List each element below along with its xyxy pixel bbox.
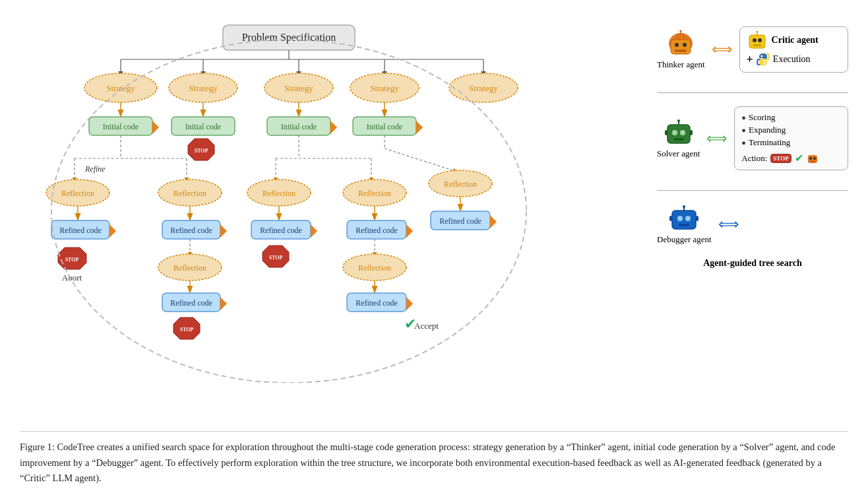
svg-marker-96 [490, 215, 497, 228]
svg-point-110 [758, 38, 762, 42]
svg-point-133 [683, 205, 685, 208]
thinker-agent-row: Thinker agent ⟺ [657, 26, 848, 73]
svg-line-90 [385, 149, 457, 172]
svg-point-130 [685, 216, 691, 221]
solver-agent-row: Solver agent ⟺ ●Scoring ●Expanding ●Term… [657, 106, 848, 170]
solver-agent-icon [662, 118, 696, 147]
separator-2 [657, 190, 848, 191]
svg-text:Strategy: Strategy [370, 83, 399, 93]
svg-text:Strategy: Strategy [106, 83, 135, 93]
svg-rect-105 [675, 50, 687, 52]
diagram-area: Problem Specification Strategy [20, 13, 848, 419]
svg-marker-73 [406, 224, 413, 238]
svg-marker-40 [220, 297, 227, 310]
solver-agent-label: Solver agent [657, 149, 700, 159]
svg-text:Initial code: Initial code [103, 122, 139, 131]
stop-badge-legend: STOP [770, 154, 791, 163]
svg-text:Refined code: Refined code [439, 216, 481, 226]
svg-text:Refined code: Refined code [356, 226, 398, 235]
thinker-arrow: ⟺ [712, 41, 733, 58]
figure-caption: Figure 1: CodeTree creates a unified sea… [20, 431, 848, 486]
svg-text:Reflection: Reflection [358, 263, 391, 273]
svg-text:Refined code: Refined code [59, 226, 102, 235]
svg-marker-13 [152, 121, 159, 134]
svg-text:STOP: STOP [195, 148, 208, 154]
debugger-agent-label: Debugger agent [657, 234, 712, 245]
terminating-label: Terminating [749, 137, 790, 148]
svg-rect-127 [810, 161, 815, 162]
svg-point-126 [813, 157, 816, 160]
svg-point-103 [675, 43, 679, 47]
svg-point-107 [679, 30, 682, 32]
svg-rect-111 [753, 44, 761, 46]
svg-text:Strategy: Strategy [189, 83, 218, 93]
svg-rect-135 [696, 216, 698, 221]
svg-point-121 [677, 119, 680, 122]
svg-text:Reflection: Reflection [173, 263, 206, 273]
svg-text:Abort: Abort [62, 273, 82, 283]
svg-text:Reflection: Reflection [358, 189, 391, 198]
action-label: Action: [741, 153, 767, 164]
plus-label: + [747, 53, 753, 67]
svg-text:Initial code: Initial code [367, 122, 402, 131]
svg-point-129 [677, 216, 683, 221]
tree-search-label: Agent-guided tree search [657, 258, 848, 269]
debugger-agent-icon [667, 204, 701, 233]
check-icon-legend: ✔ [795, 152, 803, 164]
legend-section: Thinker agent ⟺ [657, 13, 848, 419]
scoring-label: Scoring [749, 112, 775, 123]
svg-point-113 [756, 31, 758, 33]
page-container: Problem Specification Strategy [0, 0, 868, 499]
svg-text:Reflection: Reflection [173, 189, 206, 198]
action-row: Action: STOP ✔ [741, 152, 841, 164]
svg-text:Refine: Refine [84, 164, 106, 174]
solver-arrow: ⟺ [706, 130, 728, 147]
execution-label: Execution [773, 54, 811, 65]
svg-text:STOP: STOP [269, 255, 283, 261]
svg-text:Strategy: Strategy [284, 83, 313, 93]
svg-text:Reflection: Reflection [263, 189, 295, 198]
thinker-agent-icon [664, 29, 698, 58]
svg-marker-55 [330, 121, 337, 134]
svg-text:Refined code: Refined code [170, 226, 212, 235]
robot-icon-legend [807, 152, 819, 164]
svg-marker-80 [406, 297, 413, 310]
svg-marker-24 [109, 224, 116, 238]
svg-point-125 [809, 157, 812, 160]
svg-rect-122 [665, 130, 667, 135]
expanding-label: Expanding [749, 125, 786, 135]
svg-text:Initial code: Initial code [281, 122, 317, 131]
svg-rect-119 [673, 138, 684, 141]
svg-text:Refined code: Refined code [356, 298, 398, 308]
svg-text:STOP: STOP [180, 327, 194, 333]
svg-marker-33 [220, 224, 227, 238]
critic-box: Critic agent + Execution [739, 26, 848, 73]
svg-point-104 [683, 43, 687, 47]
svg-point-114 [760, 55, 762, 57]
svg-marker-88 [416, 121, 423, 134]
svg-point-117 [672, 130, 677, 135]
svg-point-109 [753, 38, 757, 42]
svg-text:Refined code: Refined code [260, 226, 302, 235]
tree-section: Problem Specification Strategy [20, 13, 650, 419]
svg-point-118 [680, 130, 685, 135]
svg-text:Reflection: Reflection [444, 180, 477, 189]
svg-text:Reflection: Reflection [61, 189, 94, 198]
debugger-arrow: ⟺ [718, 216, 739, 233]
svg-text:Strategy: Strategy [469, 83, 498, 93]
debugger-agent-row: Debugger agent ⟺ [657, 204, 848, 245]
svg-rect-134 [669, 216, 672, 221]
critic-title: Critic agent [772, 35, 819, 46]
svg-text:Accept: Accept [414, 321, 439, 331]
thinker-agent-label: Thinker agent [657, 59, 705, 70]
svg-text:STOP: STOP [65, 257, 79, 263]
svg-rect-131 [679, 224, 689, 226]
svg-text:Initial code: Initial code [185, 122, 221, 131]
svg-point-115 [763, 62, 765, 64]
svg-rect-123 [690, 130, 693, 135]
svg-text:Refined code: Refined code [170, 298, 212, 308]
svg-marker-65 [311, 224, 317, 238]
separator-1 [657, 92, 848, 93]
